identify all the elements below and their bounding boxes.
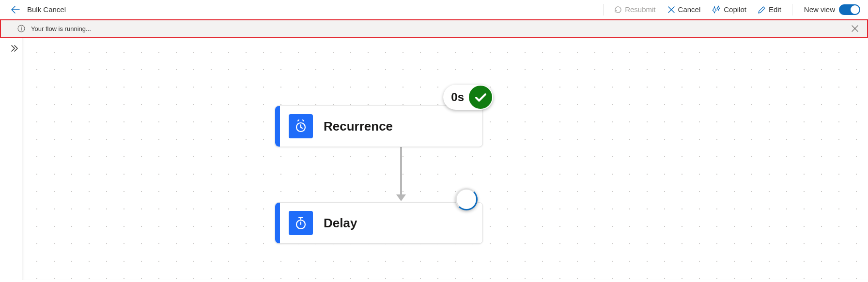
copilot-label: Copilot xyxy=(724,5,746,14)
close-notification-button[interactable] xyxy=(850,23,860,34)
close-icon xyxy=(852,25,858,32)
status-badge: 0s xyxy=(443,85,493,110)
copilot-button[interactable]: Copilot xyxy=(708,3,750,16)
refresh-icon xyxy=(614,6,622,14)
check-icon xyxy=(469,86,492,109)
flow-connector xyxy=(400,147,402,200)
new-view-label: New view xyxy=(804,5,835,14)
flow-step-title: Delay xyxy=(324,216,357,231)
command-bar: Bulk Cancel Resubmit Cancel Copilot Edit… xyxy=(0,0,868,19)
expand-panel-button[interactable] xyxy=(9,43,20,54)
stopwatch-icon xyxy=(289,211,313,235)
resubmit-label: Resubmit xyxy=(625,5,655,14)
copilot-icon xyxy=(712,5,721,14)
resubmit-button: Resubmit xyxy=(610,3,659,15)
page-title: Bulk Cancel xyxy=(27,5,66,14)
flow-step-title: Recurrence xyxy=(324,119,393,134)
toggle-thumb xyxy=(851,5,859,14)
clock-icon xyxy=(289,114,313,138)
pencil-icon xyxy=(758,6,766,14)
back-button[interactable] xyxy=(8,2,23,17)
flow-step-delay[interactable]: Delay xyxy=(275,202,483,244)
svg-point-1 xyxy=(21,27,22,28)
info-icon xyxy=(17,25,25,32)
divider xyxy=(792,4,792,15)
status-duration: 0s xyxy=(451,90,464,104)
cancel-button[interactable]: Cancel xyxy=(664,3,705,15)
new-view-toggle-group: New view xyxy=(804,4,860,15)
divider xyxy=(603,4,604,15)
flow-step-recurrence[interactable]: Recurrence 0s xyxy=(275,105,483,147)
notification-message: Your flow is running... xyxy=(31,25,91,32)
chevron-double-right-icon xyxy=(10,44,19,53)
edit-button[interactable]: Edit xyxy=(754,3,785,15)
new-view-toggle[interactable] xyxy=(839,4,860,15)
cancel-label: Cancel xyxy=(678,5,701,14)
flow-canvas[interactable]: Recurrence 0s Delay xyxy=(22,38,868,280)
canvas-area: Recurrence 0s Delay xyxy=(0,38,868,280)
edit-label: Edit xyxy=(769,5,781,14)
spinner-icon xyxy=(455,188,478,210)
arrow-left-icon xyxy=(11,5,20,14)
close-icon xyxy=(667,6,675,14)
notification-bar: Your flow is running... xyxy=(0,19,868,38)
